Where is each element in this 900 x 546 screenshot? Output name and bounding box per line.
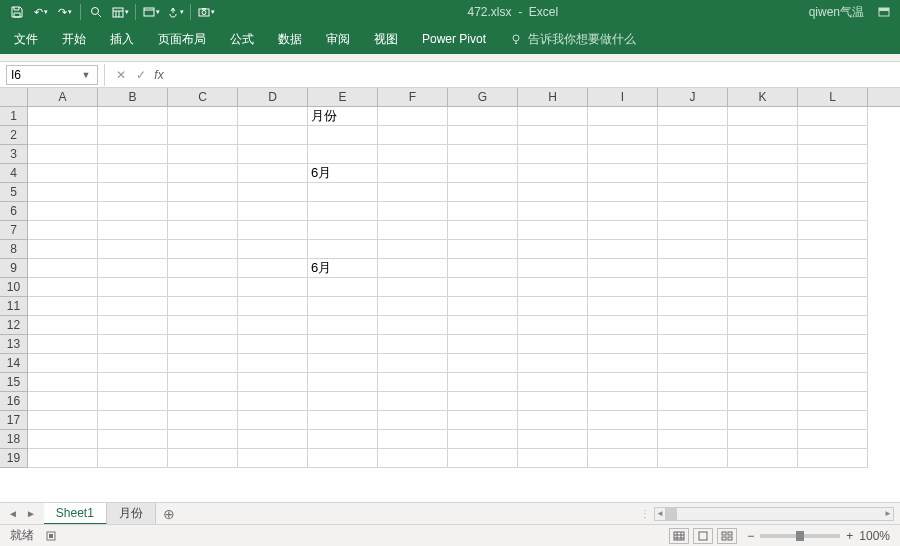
cell[interactable] — [448, 316, 518, 335]
cell[interactable] — [308, 354, 378, 373]
cell[interactable] — [98, 297, 168, 316]
tab-page-layout[interactable]: 页面布局 — [158, 31, 206, 48]
cell[interactable] — [308, 392, 378, 411]
row-header[interactable]: 7 — [0, 221, 28, 240]
cell[interactable] — [98, 373, 168, 392]
cell[interactable] — [588, 354, 658, 373]
cell[interactable] — [168, 335, 238, 354]
cancel-formula-button[interactable]: ✕ — [111, 65, 131, 85]
cell[interactable] — [98, 126, 168, 145]
cell[interactable] — [28, 202, 98, 221]
cell[interactable] — [518, 411, 588, 430]
cell[interactable] — [728, 430, 798, 449]
cell[interactable] — [378, 449, 448, 468]
cell[interactable] — [588, 278, 658, 297]
cell[interactable] — [28, 430, 98, 449]
cell[interactable] — [728, 297, 798, 316]
cell[interactable] — [518, 145, 588, 164]
view-page-break-button[interactable] — [717, 528, 737, 544]
cell[interactable] — [98, 411, 168, 430]
cell[interactable] — [98, 107, 168, 126]
row-header[interactable]: 19 — [0, 449, 28, 468]
cell[interactable] — [168, 411, 238, 430]
cell[interactable] — [658, 240, 728, 259]
cell[interactable] — [378, 278, 448, 297]
window-icon-button[interactable]: ▾ — [140, 2, 162, 22]
row-header[interactable]: 11 — [0, 297, 28, 316]
cell[interactable] — [448, 183, 518, 202]
cell[interactable] — [308, 335, 378, 354]
cell[interactable] — [658, 354, 728, 373]
cell[interactable] — [728, 240, 798, 259]
cell[interactable] — [448, 259, 518, 278]
row-header[interactable]: 4 — [0, 164, 28, 183]
cell[interactable] — [518, 202, 588, 221]
col-header[interactable]: G — [448, 88, 518, 106]
cell[interactable] — [798, 126, 868, 145]
col-header[interactable]: A — [28, 88, 98, 106]
cell[interactable] — [448, 373, 518, 392]
cell[interactable] — [448, 107, 518, 126]
cell[interactable] — [238, 392, 308, 411]
cell[interactable] — [728, 354, 798, 373]
cell[interactable] — [518, 259, 588, 278]
row-header[interactable]: 10 — [0, 278, 28, 297]
calendar-icon-button[interactable]: ▾ — [109, 2, 131, 22]
tab-home[interactable]: 开始 — [62, 31, 86, 48]
cell[interactable]: 月份 — [308, 107, 378, 126]
tab-review[interactable]: 审阅 — [326, 31, 350, 48]
cell[interactable] — [378, 430, 448, 449]
cell[interactable] — [98, 449, 168, 468]
cell[interactable] — [28, 107, 98, 126]
col-header[interactable]: D — [238, 88, 308, 106]
cell[interactable] — [588, 373, 658, 392]
cell[interactable] — [168, 354, 238, 373]
cell[interactable] — [798, 240, 868, 259]
cell[interactable] — [28, 297, 98, 316]
tab-view[interactable]: 视图 — [374, 31, 398, 48]
cell[interactable] — [378, 297, 448, 316]
cell[interactable] — [798, 259, 868, 278]
cell[interactable] — [28, 335, 98, 354]
cell[interactable] — [448, 164, 518, 183]
zoom-percent[interactable]: 100% — [859, 529, 890, 543]
cell[interactable] — [378, 202, 448, 221]
cell[interactable] — [728, 392, 798, 411]
cell[interactable] — [98, 145, 168, 164]
cell[interactable] — [378, 392, 448, 411]
undo-button[interactable]: ↶▾ — [30, 2, 52, 22]
cell[interactable] — [448, 202, 518, 221]
cell[interactable] — [798, 354, 868, 373]
cell[interactable] — [378, 259, 448, 278]
cell[interactable] — [798, 373, 868, 392]
cell[interactable] — [238, 411, 308, 430]
cell[interactable] — [98, 164, 168, 183]
cell[interactable] — [28, 259, 98, 278]
scroll-right-icon[interactable]: ► — [883, 508, 893, 520]
cell[interactable] — [798, 316, 868, 335]
cell[interactable] — [378, 221, 448, 240]
cell[interactable] — [308, 297, 378, 316]
tab-insert[interactable]: 插入 — [110, 31, 134, 48]
cell[interactable] — [588, 316, 658, 335]
cell[interactable] — [798, 107, 868, 126]
cell[interactable] — [588, 183, 658, 202]
ribbon-display-options-button[interactable] — [874, 2, 894, 22]
cell[interactable] — [238, 373, 308, 392]
cell[interactable] — [168, 183, 238, 202]
cell[interactable] — [448, 297, 518, 316]
cell[interactable] — [98, 392, 168, 411]
cell[interactable] — [798, 221, 868, 240]
cell[interactable] — [518, 449, 588, 468]
cell[interactable] — [728, 278, 798, 297]
cell[interactable] — [378, 240, 448, 259]
row-header[interactable]: 13 — [0, 335, 28, 354]
cell[interactable] — [658, 221, 728, 240]
cell[interactable] — [588, 335, 658, 354]
cell[interactable] — [728, 316, 798, 335]
cell[interactable] — [308, 202, 378, 221]
cell[interactable] — [518, 240, 588, 259]
cell[interactable] — [28, 316, 98, 335]
cell[interactable] — [98, 335, 168, 354]
cell[interactable] — [98, 183, 168, 202]
